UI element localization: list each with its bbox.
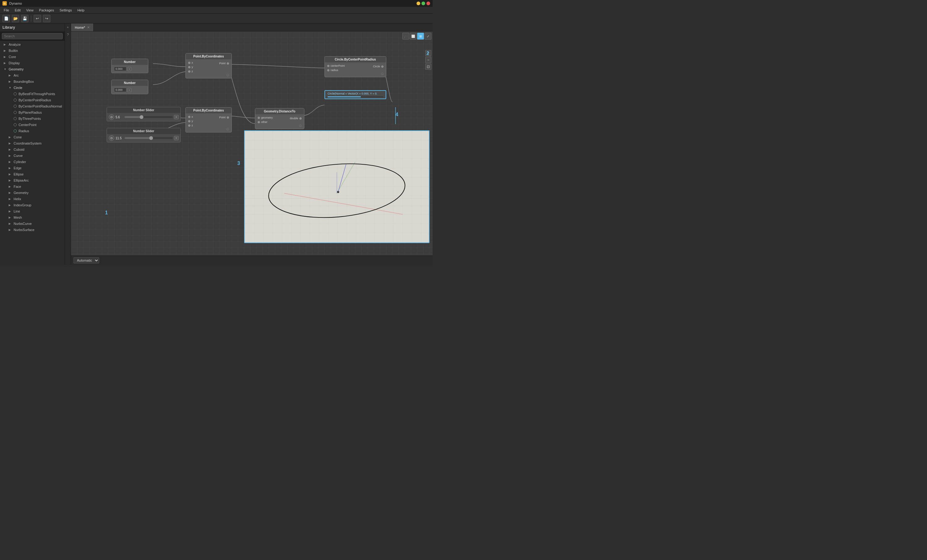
- window-controls: [416, 2, 430, 5]
- sidebar-item-analyze[interactable]: ▶ Analyze: [0, 41, 65, 47]
- sidebar-item-label: ByPlaneRadius: [18, 111, 42, 114]
- sidebar-item-arc[interactable]: ▶ Arc: [5, 72, 65, 79]
- tab-home[interactable]: Home* ✕: [71, 23, 94, 31]
- port-geometry: geometry: [257, 115, 274, 120]
- add-icon[interactable]: +: [65, 25, 70, 30]
- menu-file[interactable]: File: [1, 8, 12, 13]
- menu-edit[interactable]: Edit: [12, 8, 23, 13]
- sidebar-item-cone[interactable]: ▶ Cone: [5, 134, 65, 140]
- execution-select[interactable]: Automatic Manual: [73, 257, 99, 264]
- sidebar-item-bybestfit[interactable]: ByBestFitThroughPoints: [10, 91, 65, 97]
- zoom-out-button[interactable]: −: [425, 57, 432, 63]
- sidebar-item-builtin[interactable]: ▶ Builtin: [0, 47, 65, 54]
- menu-help[interactable]: Help: [75, 8, 87, 13]
- sidebar-item-bythreepoints[interactable]: ByThreePoints: [10, 115, 65, 122]
- arrow-icon: ▼: [4, 68, 7, 71]
- sidebar-item-geometry-top[interactable]: ▼ Geometry: [0, 66, 65, 72]
- slider-2-body: ⟳ 11.5 >: [107, 134, 181, 142]
- number-arrow-2[interactable]: >: [127, 88, 131, 92]
- sidebar-item-cuboid[interactable]: ▶ Cuboid: [5, 146, 65, 153]
- sidebar-item-boundingbox[interactable]: ▶ BoundingBox: [5, 79, 65, 85]
- sidebar-item-edge[interactable]: ▶ Edge: [5, 165, 65, 171]
- slider-1-thumb[interactable]: [140, 115, 143, 119]
- sidebar-item-core[interactable]: ▶ Core: [0, 54, 65, 60]
- side-icons: + ?: [65, 23, 71, 265]
- slider-1-dec-button[interactable]: ⟳: [109, 114, 114, 120]
- sidebar-item-ellipsearc[interactable]: ▶ EllipseArc: [5, 177, 65, 184]
- sidebar-item-byplane[interactable]: ByPlaneRadius: [10, 109, 65, 115]
- search-input[interactable]: [2, 33, 63, 39]
- open-button[interactable]: 📂: [12, 15, 19, 22]
- slider-2-dec-button[interactable]: ⟳: [109, 135, 114, 141]
- menu-settings[interactable]: Settings: [57, 8, 74, 13]
- slider-2-track[interactable]: [125, 137, 173, 139]
- graph-canvas[interactable]: 🎥 ⬜ ⊞ ⤢ + − ⊡: [71, 32, 433, 255]
- arrow-icon: ▶: [9, 203, 12, 206]
- arrow-icon: ▶: [4, 43, 7, 46]
- sidebar-item-nurbscurve[interactable]: ▶ NurbsCurve: [5, 220, 65, 227]
- view-cube-icon[interactable]: ⬜: [410, 33, 416, 39]
- slider-2-header: Number Slider: [107, 128, 181, 134]
- library-header: Library: [0, 23, 65, 32]
- sidebar-item-label: Cuboid: [14, 148, 24, 151]
- port-dot: [188, 62, 190, 64]
- number-arrow-1[interactable]: >: [127, 67, 131, 71]
- port-dot: [327, 69, 330, 71]
- redo-button[interactable]: ↪: [43, 15, 50, 22]
- number-input-2[interactable]: [114, 88, 126, 92]
- main-layout: Library ▶ Analyze ▶ Builtin ▶ Core ▶ Dis…: [0, 23, 433, 265]
- close-button[interactable]: [426, 2, 430, 5]
- question-icon[interactable]: ?: [65, 32, 70, 37]
- sidebar-item-label: Cylinder: [14, 160, 26, 164]
- slider-1-arrow[interactable]: >: [174, 115, 179, 119]
- sidebar-item-label: Curve: [14, 154, 23, 158]
- 3d-viewport[interactable]: [244, 131, 430, 243]
- sidebar-item-curve[interactable]: ▶ Curve: [5, 153, 65, 159]
- sidebar-item-ellipse[interactable]: ▶ Ellipse: [5, 171, 65, 177]
- arrow-icon: ▶: [9, 216, 12, 219]
- view-camera-icon[interactable]: 🎥: [402, 33, 409, 39]
- menu-view[interactable]: View: [24, 8, 36, 13]
- sidebar-item-label: ByBestFitThroughPoints: [18, 92, 55, 96]
- undo-button[interactable]: ↩: [34, 15, 41, 22]
- port-other: other: [257, 120, 274, 124]
- sidebar-item-radius[interactable]: Radius: [10, 128, 65, 134]
- sidebar-item-bycenterpoint-normal[interactable]: ByCenterPointRadiusNormal: [10, 103, 65, 109]
- sidebar-item-line[interactable]: ▶ Line: [5, 208, 65, 214]
- zoom-fit-button[interactable]: ⊡: [425, 64, 432, 70]
- sidebar-item-label: Cone: [14, 135, 21, 139]
- menu-packages[interactable]: Packages: [36, 8, 56, 13]
- minimize-button[interactable]: [416, 2, 420, 5]
- library-tree: ▶ Analyze ▶ Builtin ▶ Core ▶ Display ▼ G…: [0, 41, 65, 265]
- number-input-row-2: >: [113, 87, 147, 93]
- slider-1-value: 5.6: [115, 115, 123, 119]
- sidebar-item-mesh[interactable]: ▶ Mesh: [5, 214, 65, 220]
- sidebar-item-nurbssurface[interactable]: ▶ NurbsSurface: [5, 227, 65, 233]
- sidebar-item-indexgroup[interactable]: ▶ IndexGroup: [5, 202, 65, 208]
- sidebar-item-circle[interactable]: ▼ Circle: [5, 85, 65, 91]
- slider-1-track[interactable]: [125, 116, 173, 118]
- sidebar-item-label: IndexGroup: [14, 203, 31, 207]
- maximize-button[interactable]: [421, 2, 425, 5]
- sidebar-item-geometry-child[interactable]: ▶ Geometry: [5, 190, 65, 196]
- slider-2-thumb[interactable]: [149, 136, 153, 140]
- sidebar-item-coordinatesystem[interactable]: ▶ CoordinateSystem: [5, 140, 65, 146]
- output-dot-circle: [381, 65, 383, 68]
- number-input-1[interactable]: [114, 67, 126, 71]
- sidebar-item-display[interactable]: ▶ Display: [0, 60, 65, 66]
- new-button[interactable]: 📄: [3, 15, 10, 22]
- save-button[interactable]: 💾: [21, 15, 29, 22]
- view-expand-icon[interactable]: ⤢: [425, 33, 432, 39]
- sidebar-item-label: Mesh: [14, 216, 22, 219]
- sidebar-item-helix[interactable]: ▶ Helix: [5, 196, 65, 202]
- sidebar-item-centerpoint[interactable]: CenterPoint: [10, 122, 65, 128]
- tab-close-icon[interactable]: ✕: [87, 26, 90, 29]
- sidebar-item-label: Display: [9, 61, 20, 65]
- view-grid-icon[interactable]: ⊞: [417, 33, 424, 39]
- port-y-2: y: [187, 119, 195, 123]
- sidebar-item-face[interactable]: ▶ Face: [5, 184, 65, 190]
- sidebar-item-bycenterpoint[interactable]: ByCenterPointRadius: [10, 97, 65, 103]
- slider-2-arrow[interactable]: >: [174, 136, 179, 140]
- library-panel: Library ▶ Analyze ▶ Builtin ▶ Core ▶ Dis…: [0, 23, 65, 265]
- sidebar-item-cylinder[interactable]: ▶ Cylinder: [5, 159, 65, 165]
